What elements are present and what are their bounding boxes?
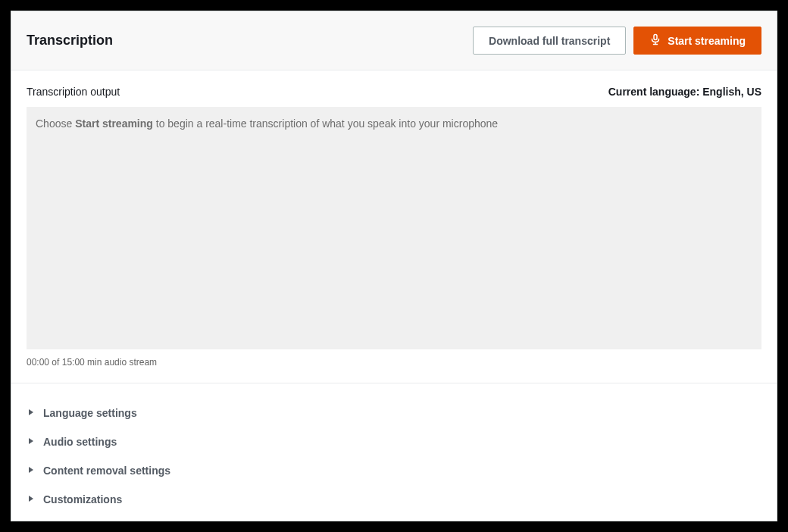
setting-label: Language settings (43, 407, 137, 419)
microphone-icon (649, 33, 661, 48)
page-title: Transcription (27, 33, 113, 49)
hint-prefix: Choose (36, 117, 75, 130)
setting-label: Customizations (43, 493, 122, 505)
output-label: Transcription output (27, 86, 120, 98)
setting-label: Content removal settings (43, 465, 170, 477)
header-actions: Download full transcript Start streaming (473, 27, 761, 55)
audio-settings-toggle[interactable]: Audio settings (27, 427, 761, 456)
settings-sections: Language settings Audio settings Content… (27, 383, 761, 514)
hint-suffix: to begin a real-time transcription of wh… (153, 117, 498, 130)
download-label: Download full transcript (489, 35, 610, 47)
hint-bold: Start streaming (75, 117, 153, 130)
content-removal-settings-toggle[interactable]: Content removal settings (27, 456, 761, 485)
language-settings-toggle[interactable]: Language settings (27, 399, 761, 427)
transcription-panel: Transcription Download full transcript S… (11, 11, 777, 521)
current-language: Current language: English, US (608, 86, 761, 98)
customizations-toggle[interactable]: Customizations (27, 485, 761, 514)
chevron-right-icon (27, 406, 36, 420)
start-streaming-button[interactable]: Start streaming (633, 27, 761, 55)
panel-header: Transcription Download full transcript S… (11, 11, 777, 70)
transcription-output: Choose Start streaming to begin a real-t… (27, 107, 761, 349)
chevron-right-icon (27, 464, 36, 477)
setting-label: Audio settings (43, 436, 117, 448)
stream-timer: 00:00 of 15:00 min audio stream (27, 357, 761, 368)
svg-rect-0 (654, 35, 657, 40)
download-transcript-button[interactable]: Download full transcript (473, 27, 626, 55)
chevron-right-icon (27, 435, 36, 449)
output-header: Transcription output Current language: E… (27, 86, 761, 98)
chevron-right-icon (27, 493, 36, 506)
start-label: Start streaming (668, 35, 746, 47)
panel-content: Transcription output Current language: E… (11, 70, 777, 529)
